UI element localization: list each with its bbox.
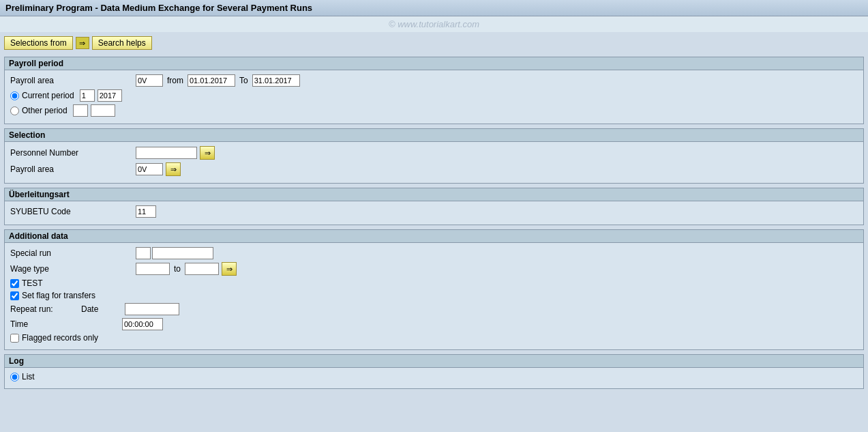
ueberleitungsart-body: SYUBETU Code [5, 201, 863, 225]
current-period-fields [80, 89, 122, 102]
current-period-num-input[interactable] [80, 89, 95, 102]
flagged-records-checkbox[interactable] [10, 334, 19, 343]
from-date-input[interactable] [188, 74, 235, 87]
other-period-year-input[interactable] [91, 104, 115, 117]
payroll-period-header: Payroll period [5, 57, 863, 70]
other-period-row: Other period [10, 104, 858, 117]
payroll-period-section: Payroll period Payroll area from To Curr… [4, 57, 864, 124]
wage-type-to-label: to [174, 264, 181, 274]
to-label: To [239, 76, 248, 85]
payroll-area-label: Payroll area [10, 76, 133, 85]
personnel-number-nav-btn[interactable]: ⇒ [200, 146, 215, 160]
search-helps-button[interactable]: Search helps [92, 36, 152, 50]
toolbar: Selections from ⇒ Search helps [0, 32, 868, 54]
watermark-text: © www.tutorialkart.com [389, 19, 479, 29]
selection-header: Selection [5, 129, 863, 142]
flagged-records-label: Flagged records only [22, 333, 98, 343]
set-flag-row: Set flag for transfers [10, 291, 858, 300]
log-list-label: List [22, 372, 35, 381]
wage-type-to-input[interactable] [185, 263, 219, 275]
time-row: Time [10, 318, 858, 330]
payroll-area-nav-btn[interactable]: ⇒ [166, 162, 181, 176]
special-run-row: Special run [10, 247, 858, 259]
other-period-num-input[interactable] [73, 104, 88, 117]
ueberleitungsart-header: Überleitungsart [5, 188, 863, 201]
syubetu-code-input[interactable] [136, 205, 156, 218]
log-list-row: List [10, 372, 858, 381]
wage-type-row: Wage type to ⇒ [10, 262, 858, 276]
test-checkbox[interactable] [10, 279, 19, 288]
payroll-area-row: Payroll area from To [10, 74, 858, 87]
log-body: List [5, 368, 863, 388]
selection-payroll-area-label: Payroll area [10, 164, 133, 174]
wage-type-label: Wage type [10, 264, 133, 274]
special-run-fields [136, 247, 213, 259]
repeat-run-date-input[interactable] [125, 303, 179, 315]
additional-data-header: Additional data [5, 230, 863, 243]
test-label: TEST [22, 278, 43, 288]
log-list-radio[interactable] [10, 373, 19, 381]
wage-type-nav-btn[interactable]: ⇒ [222, 262, 237, 276]
search-helps-label: Search helps [98, 38, 146, 48]
special-run-input1[interactable] [136, 247, 151, 259]
current-period-radio[interactable] [10, 91, 19, 100]
selections-from-button[interactable]: Selections from [4, 36, 73, 50]
syubetu-code-row: SYUBETU Code [10, 205, 858, 218]
main-content: Payroll period Payroll area from To Curr… [0, 54, 868, 396]
current-period-label: Current period [22, 91, 74, 100]
from-label: from [167, 76, 183, 85]
log-header: Log [5, 355, 863, 368]
flagged-records-row: Flagged records only [10, 333, 858, 343]
time-input[interactable] [122, 318, 163, 330]
selection-section: Selection Personnel Number ⇒ Payroll are… [4, 128, 864, 184]
additional-data-body: Special run Wage type to ⇒ TEST [5, 243, 863, 349]
set-flag-checkbox[interactable] [10, 291, 19, 300]
test-row: TEST [10, 278, 858, 288]
to-date-input[interactable] [252, 74, 300, 87]
watermark-bar: © www.tutorialkart.com [0, 16, 868, 32]
personnel-number-input[interactable] [136, 147, 197, 159]
repeat-run-label: Repeat run: [10, 304, 78, 314]
title-bar: Preliminary Program - Data Medium Exchan… [0, 0, 868, 16]
ueberleitungsart-section: Überleitungsart SYUBETU Code [4, 188, 864, 225]
syubetu-code-label: SYUBETU Code [10, 207, 133, 216]
repeat-run-row: Repeat run: Date [10, 303, 858, 315]
log-section: Log List [4, 354, 864, 389]
payroll-area-input[interactable] [136, 74, 163, 87]
date-label: Date [81, 304, 122, 314]
other-period-radio[interactable] [10, 106, 19, 115]
other-period-label: Other period [22, 106, 68, 115]
arrow-divider-icon: ⇒ [76, 37, 89, 49]
personnel-number-row: Personnel Number ⇒ [10, 146, 858, 160]
other-period-fields [73, 104, 115, 117]
special-run-label: Special run [10, 248, 133, 258]
payroll-period-body: Payroll area from To Current period Oth [5, 70, 863, 124]
set-flag-label: Set flag for transfers [22, 291, 95, 300]
selection-payroll-area-input[interactable] [136, 163, 163, 175]
time-label: Time [10, 319, 119, 329]
selections-from-label: Selections from [10, 38, 67, 48]
selection-payroll-area-row: Payroll area ⇒ [10, 162, 858, 176]
current-period-row: Current period [10, 89, 858, 102]
wage-type-input[interactable] [136, 263, 170, 275]
app-title: Preliminary Program - Data Medium Exchan… [5, 3, 312, 13]
special-run-input2[interactable] [152, 247, 213, 259]
additional-data-section: Additional data Special run Wage type to… [4, 229, 864, 350]
current-period-year-input[interactable] [98, 89, 122, 102]
personnel-number-label: Personnel Number [10, 148, 133, 158]
selection-body: Personnel Number ⇒ Payroll area ⇒ [5, 142, 863, 183]
